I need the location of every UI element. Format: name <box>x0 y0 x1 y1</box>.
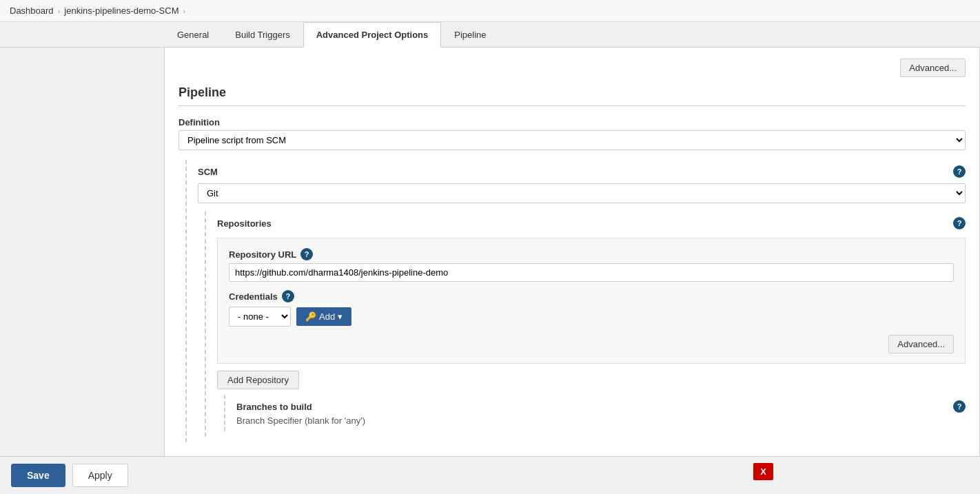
branches-help-icon[interactable]: ? <box>953 400 966 413</box>
repo-advanced-button[interactable]: Advanced... <box>888 335 954 353</box>
bottom-action-bar: Save Apply <box>0 456 980 494</box>
top-advanced-button[interactable]: Advanced... <box>900 59 966 77</box>
scm-help-icon[interactable]: ? <box>953 165 966 178</box>
repositories-label-row: Repositories ? <box>217 217 966 229</box>
repositories-section: Repositories ? Repository URL ? <box>205 212 966 437</box>
add-credentials-button[interactable]: 🔑 Add ▾ <box>296 307 351 326</box>
main-panel: Advanced... Pipeline Definition Pipeline… <box>164 48 980 494</box>
credentials-row-wrapper: Credentials ? - none - 🔑 Add ▾ <box>229 290 954 327</box>
top-advanced-row: Advanced... <box>178 59 966 77</box>
key-icon: 🔑 <box>305 311 316 322</box>
add-repository-row: Add Repository <box>217 371 966 389</box>
pipeline-section: Pipeline Definition Pipeline script from… <box>178 85 966 442</box>
repository-box: Repository URL ? Credentials ? - none - <box>217 238 966 364</box>
tab-pipeline[interactable]: Pipeline <box>441 22 499 47</box>
tab-general[interactable]: General <box>164 22 222 47</box>
repositories-label: Repositories <box>217 218 272 229</box>
breadcrumb-project[interactable]: jenkins-pipelines-demo-SCM <box>64 6 178 16</box>
add-credentials-label: Add <box>319 311 335 322</box>
branches-section: Branches to build ? Branch Specifier (bl… <box>224 395 966 431</box>
branch-specifier-text: Branch Specifier (blank for 'any') <box>236 413 966 429</box>
breadcrumb: Dashboard › jenkins-pipelines-demo-SCM › <box>0 0 980 22</box>
pipeline-heading: Pipeline <box>178 85 966 106</box>
repo-advanced-row: Advanced... <box>229 335 954 353</box>
scm-select[interactable]: NoneGit <box>198 183 966 203</box>
definition-label: Definition <box>178 117 220 127</box>
breadcrumb-dashboard[interactable]: Dashboard <box>10 6 54 16</box>
breadcrumb-arrow-2: › <box>183 7 185 15</box>
tabs-bar: General Build Triggers Advanced Project … <box>0 22 980 48</box>
repository-url-row: Repository URL ? <box>229 248 954 282</box>
credentials-controls: - none - 🔑 Add ▾ <box>229 307 954 327</box>
repository-url-input[interactable] <box>229 263 954 282</box>
apply-button[interactable]: Apply <box>72 464 128 487</box>
repository-url-label: Repository URL <box>229 249 296 260</box>
repository-url-help-icon[interactable]: ? <box>300 248 313 260</box>
credentials-help-icon[interactable]: ? <box>282 290 294 302</box>
x-button-wrapper: X <box>753 463 773 480</box>
save-button[interactable]: Save <box>11 464 65 487</box>
x-button[interactable]: X <box>753 463 773 480</box>
add-credentials-arrow: ▾ <box>338 311 343 322</box>
scm-label: SCM <box>198 167 218 177</box>
tab-advanced-project-options[interactable]: Advanced Project Options <box>303 22 442 48</box>
credentials-select[interactable]: - none - <box>229 307 291 327</box>
branches-label-row: Branches to build ? <box>236 400 966 413</box>
breadcrumb-arrow-1: › <box>58 7 61 15</box>
tab-build-triggers[interactable]: Build Triggers <box>222 22 303 47</box>
branches-label: Branches to build <box>236 402 312 412</box>
repositories-help-icon[interactable]: ? <box>953 217 966 229</box>
add-repository-button[interactable]: Add Repository <box>217 371 299 389</box>
definition-select[interactable]: Pipeline script from SCMPipeline script <box>178 130 966 150</box>
definition-row: Definition Pipeline script from SCMPipel… <box>178 117 966 150</box>
scm-section: SCM ? NoneGit Repositories ? Repository … <box>185 160 966 442</box>
scm-label-row: SCM ? <box>198 165 966 178</box>
credentials-label: Credentials <box>229 291 278 302</box>
